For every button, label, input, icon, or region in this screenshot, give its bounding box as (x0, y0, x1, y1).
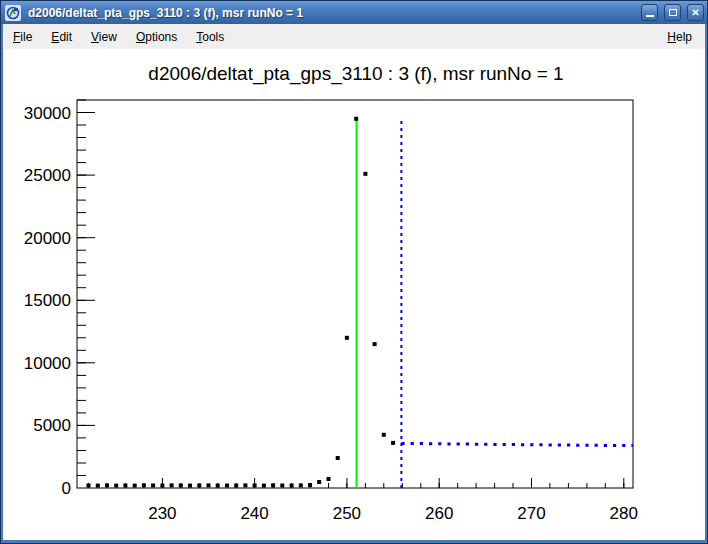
y-axis-label: 5000 (33, 416, 71, 435)
data-point (133, 484, 137, 488)
data-point (336, 456, 340, 460)
data-point (308, 483, 312, 487)
menu-item-file[interactable]: File (5, 26, 40, 48)
application-window: d2006/deltat_pta_gps_3110 : 3 (f), msr r… (0, 0, 708, 544)
data-point (188, 484, 192, 488)
data-point (114, 484, 118, 488)
menu-item-options[interactable]: Options (128, 26, 185, 48)
minimize-button[interactable] (641, 4, 658, 21)
theory-line (401, 443, 633, 445)
chart-canvas[interactable]: d2006/deltat_pta_gps_3110 : 3 (f), msr r… (3, 49, 705, 544)
data-point (179, 484, 183, 488)
data-point (280, 484, 284, 488)
data-point (382, 433, 386, 437)
data-point (87, 484, 91, 488)
data-point (363, 172, 367, 176)
minimize-icon (646, 15, 654, 17)
data-point (354, 117, 358, 121)
plot-title: d2006/deltat_pta_gps_3110 : 3 (f), msr r… (148, 63, 563, 85)
data-point (142, 483, 146, 487)
close-button[interactable]: ✕ (687, 4, 704, 21)
window-title: d2006/deltat_pta_gps_3110 : 3 (f), msr r… (25, 6, 635, 20)
y-axis-label: 20000 (24, 229, 71, 248)
data-point (216, 484, 220, 488)
data-point (290, 484, 294, 488)
data-point (299, 483, 303, 487)
menu-item-tools[interactable]: Tools (188, 26, 232, 48)
data-point (253, 484, 257, 488)
data-point (271, 483, 275, 487)
y-axis-label: 0 (62, 479, 71, 498)
x-axis-label: 260 (425, 504, 453, 523)
maximize-icon (669, 9, 677, 16)
y-axis-label: 25000 (24, 166, 71, 185)
data-point (96, 484, 100, 488)
data-point (170, 483, 174, 487)
x-axis-label: 280 (610, 504, 638, 523)
x-axis-label: 240 (240, 504, 268, 523)
canvas-area[interactable]: d2006/deltat_pta_gps_3110 : 3 (f), msr r… (3, 49, 705, 540)
data-point (317, 480, 321, 484)
plot-frame (77, 100, 633, 488)
data-point (105, 483, 109, 487)
root-logo-icon (5, 5, 21, 21)
title-bar[interactable]: d2006/deltat_pta_gps_3110 : 3 (f), msr r… (1, 1, 707, 24)
y-axis-label: 15000 (24, 291, 71, 310)
y-axis-label: 10000 (24, 354, 71, 373)
data-point (243, 483, 247, 487)
data-point (151, 484, 155, 488)
x-axis-label: 230 (148, 504, 176, 523)
menu-bar: FileEditViewOptionsToolsHelp (3, 24, 705, 49)
x-axis-label: 250 (333, 504, 361, 523)
close-icon: ✕ (691, 7, 699, 18)
maximize-button[interactable] (664, 4, 681, 21)
data-point (234, 484, 238, 488)
data-point (207, 483, 211, 487)
menu-item-edit[interactable]: Edit (43, 26, 80, 48)
x-axis-label: 270 (517, 504, 545, 523)
data-point (345, 336, 349, 340)
data-point (123, 484, 127, 488)
data-point (391, 441, 395, 445)
menu-item-view[interactable]: View (83, 26, 125, 48)
data-point (373, 342, 377, 346)
menu-item-help[interactable]: Help (659, 26, 700, 48)
data-point (225, 484, 229, 488)
data-point (327, 477, 331, 481)
y-axis-label: 30000 (24, 104, 71, 123)
data-point (197, 484, 201, 488)
data-point (262, 484, 266, 488)
data-point (160, 484, 164, 488)
